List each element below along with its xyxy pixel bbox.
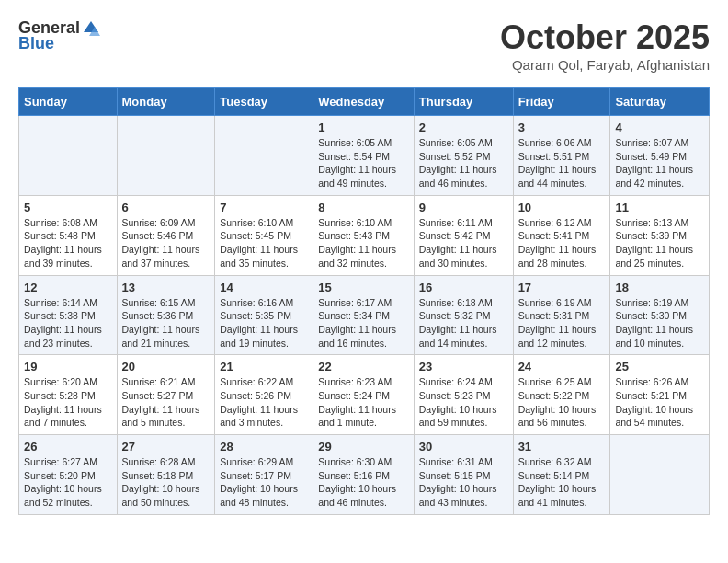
- weekday-header-friday: Friday: [513, 88, 610, 116]
- day-info: Sunrise: 6:25 AMSunset: 5:22 PMDaylight:…: [518, 375, 606, 430]
- calendar-cell: 8Sunrise: 6:10 AMSunset: 5:43 PMDaylight…: [313, 195, 414, 275]
- calendar-cell: 18Sunrise: 6:19 AMSunset: 5:30 PMDayligh…: [610, 275, 710, 355]
- day-number: 30: [419, 440, 508, 454]
- day-number: 26: [24, 440, 112, 454]
- calendar-cell: 13Sunrise: 6:15 AMSunset: 5:36 PMDayligh…: [117, 275, 215, 355]
- day-number: 25: [615, 360, 704, 373]
- day-number: 29: [318, 440, 408, 454]
- day-number: 8: [318, 201, 408, 214]
- calendar-cell: 9Sunrise: 6:11 AMSunset: 5:42 PMDaylight…: [414, 195, 513, 275]
- day-number: 31: [518, 440, 606, 454]
- calendar-cell: 25Sunrise: 6:26 AMSunset: 5:21 PMDayligh…: [610, 355, 710, 435]
- calendar-cell: 23Sunrise: 6:24 AMSunset: 5:23 PMDayligh…: [414, 355, 513, 435]
- calendar-week-4: 19Sunrise: 6:20 AMSunset: 5:28 PMDayligh…: [19, 355, 710, 435]
- logo: General Blue: [18, 18, 100, 53]
- day-number: 23: [419, 360, 508, 373]
- calendar-cell: 6Sunrise: 6:09 AMSunset: 5:46 PMDaylight…: [117, 195, 215, 275]
- calendar-cell: 3Sunrise: 6:06 AMSunset: 5:51 PMDaylight…: [513, 116, 610, 196]
- day-number: 19: [24, 360, 112, 373]
- day-info: Sunrise: 6:09 AMSunset: 5:46 PMDaylight:…: [122, 216, 210, 270]
- weekday-header-thursday: Thursday: [414, 88, 513, 116]
- calendar-week-1: 1Sunrise: 6:05 AMSunset: 5:54 PMDaylight…: [19, 116, 710, 196]
- day-number: 21: [220, 360, 308, 373]
- day-info: Sunrise: 6:18 AMSunset: 5:32 PMDaylight:…: [419, 296, 508, 350]
- day-number: 16: [419, 281, 508, 294]
- day-number: 3: [518, 121, 606, 134]
- logo-blue-text: Blue: [18, 34, 54, 53]
- day-number: 18: [615, 281, 704, 294]
- calendar-cell: [610, 435, 710, 515]
- calendar-cell: [19, 116, 118, 196]
- weekday-header-row: SundayMondayTuesdayWednesdayThursdayFrid…: [19, 88, 710, 116]
- day-number: 1: [318, 121, 408, 134]
- day-info: Sunrise: 6:13 AMSunset: 5:39 PMDaylight:…: [615, 216, 704, 270]
- day-info: Sunrise: 6:26 AMSunset: 5:21 PMDaylight:…: [615, 375, 704, 430]
- day-info: Sunrise: 6:07 AMSunset: 5:49 PMDaylight:…: [615, 136, 704, 190]
- day-info: Sunrise: 6:21 AMSunset: 5:27 PMDaylight:…: [122, 375, 210, 430]
- calendar-cell: 27Sunrise: 6:28 AMSunset: 5:18 PMDayligh…: [117, 435, 215, 515]
- day-info: Sunrise: 6:19 AMSunset: 5:31 PMDaylight:…: [518, 296, 606, 350]
- calendar-cell: 10Sunrise: 6:12 AMSunset: 5:41 PMDayligh…: [513, 195, 610, 275]
- calendar-week-5: 26Sunrise: 6:27 AMSunset: 5:20 PMDayligh…: [19, 435, 710, 515]
- day-number: 2: [419, 121, 508, 134]
- day-number: 20: [122, 360, 210, 373]
- calendar-cell: 2Sunrise: 6:05 AMSunset: 5:52 PMDaylight…: [414, 116, 513, 196]
- calendar-table: SundayMondayTuesdayWednesdayThursdayFrid…: [18, 87, 710, 515]
- day-info: Sunrise: 6:23 AMSunset: 5:24 PMDaylight:…: [318, 375, 408, 430]
- calendar-cell: 12Sunrise: 6:14 AMSunset: 5:38 PMDayligh…: [19, 275, 118, 355]
- day-number: 14: [220, 281, 308, 294]
- logo-icon: [82, 19, 100, 38]
- day-info: Sunrise: 6:19 AMSunset: 5:30 PMDaylight:…: [615, 296, 704, 350]
- calendar-cell: 1Sunrise: 6:05 AMSunset: 5:54 PMDaylight…: [313, 116, 414, 196]
- calendar-cell: 28Sunrise: 6:29 AMSunset: 5:17 PMDayligh…: [215, 435, 313, 515]
- calendar-cell: 19Sunrise: 6:20 AMSunset: 5:28 PMDayligh…: [19, 355, 118, 435]
- day-info: Sunrise: 6:30 AMSunset: 5:16 PMDaylight:…: [318, 455, 408, 510]
- calendar-cell: 15Sunrise: 6:17 AMSunset: 5:34 PMDayligh…: [313, 275, 414, 355]
- calendar-cell: [117, 116, 215, 196]
- day-info: Sunrise: 6:10 AMSunset: 5:43 PMDaylight:…: [318, 216, 408, 270]
- title-block: October 2025 Qaram Qol, Faryab, Afghanis…: [500, 18, 710, 73]
- day-info: Sunrise: 6:05 AMSunset: 5:54 PMDaylight:…: [318, 136, 408, 190]
- day-number: 12: [24, 281, 112, 294]
- day-info: Sunrise: 6:16 AMSunset: 5:35 PMDaylight:…: [220, 296, 308, 350]
- month-title: October 2025: [500, 18, 710, 57]
- day-number: 7: [220, 201, 308, 214]
- calendar-week-3: 12Sunrise: 6:14 AMSunset: 5:38 PMDayligh…: [19, 275, 710, 355]
- calendar-cell: 20Sunrise: 6:21 AMSunset: 5:27 PMDayligh…: [117, 355, 215, 435]
- calendar-cell: 17Sunrise: 6:19 AMSunset: 5:31 PMDayligh…: [513, 275, 610, 355]
- weekday-header-wednesday: Wednesday: [313, 88, 414, 116]
- calendar-cell: 22Sunrise: 6:23 AMSunset: 5:24 PMDayligh…: [313, 355, 414, 435]
- day-info: Sunrise: 6:24 AMSunset: 5:23 PMDaylight:…: [419, 375, 508, 430]
- day-number: 4: [615, 121, 704, 134]
- day-number: 17: [518, 281, 606, 294]
- day-info: Sunrise: 6:29 AMSunset: 5:17 PMDaylight:…: [220, 455, 308, 510]
- day-number: 15: [318, 281, 408, 294]
- day-info: Sunrise: 6:12 AMSunset: 5:41 PMDaylight:…: [518, 216, 606, 270]
- calendar-cell: 4Sunrise: 6:07 AMSunset: 5:49 PMDaylight…: [610, 116, 710, 196]
- day-number: 9: [419, 201, 508, 214]
- calendar-cell: 21Sunrise: 6:22 AMSunset: 5:26 PMDayligh…: [215, 355, 313, 435]
- day-number: 28: [220, 440, 308, 454]
- day-number: 6: [122, 201, 210, 214]
- calendar-cell: 7Sunrise: 6:10 AMSunset: 5:45 PMDaylight…: [215, 195, 313, 275]
- day-info: Sunrise: 6:11 AMSunset: 5:42 PMDaylight:…: [419, 216, 508, 270]
- page-header: General Blue October 2025 Qaram Qol, Far…: [18, 18, 710, 73]
- day-number: 22: [318, 360, 408, 373]
- day-info: Sunrise: 6:31 AMSunset: 5:15 PMDaylight:…: [419, 455, 508, 510]
- day-info: Sunrise: 6:10 AMSunset: 5:45 PMDaylight:…: [220, 216, 308, 270]
- day-number: 11: [615, 201, 704, 214]
- day-number: 24: [518, 360, 606, 373]
- calendar-cell: 31Sunrise: 6:32 AMSunset: 5:14 PMDayligh…: [513, 435, 610, 515]
- day-info: Sunrise: 6:08 AMSunset: 5:48 PMDaylight:…: [24, 216, 112, 270]
- calendar-cell: 14Sunrise: 6:16 AMSunset: 5:35 PMDayligh…: [215, 275, 313, 355]
- day-info: Sunrise: 6:32 AMSunset: 5:14 PMDaylight:…: [518, 455, 606, 510]
- weekday-header-saturday: Saturday: [610, 88, 710, 116]
- day-info: Sunrise: 6:27 AMSunset: 5:20 PMDaylight:…: [24, 455, 112, 510]
- weekday-header-monday: Monday: [117, 88, 215, 116]
- day-info: Sunrise: 6:28 AMSunset: 5:18 PMDaylight:…: [122, 455, 210, 510]
- calendar-cell: 26Sunrise: 6:27 AMSunset: 5:20 PMDayligh…: [19, 435, 118, 515]
- weekday-header-tuesday: Tuesday: [215, 88, 313, 116]
- calendar-cell: 30Sunrise: 6:31 AMSunset: 5:15 PMDayligh…: [414, 435, 513, 515]
- day-number: 27: [122, 440, 210, 454]
- day-info: Sunrise: 6:14 AMSunset: 5:38 PMDaylight:…: [24, 296, 112, 350]
